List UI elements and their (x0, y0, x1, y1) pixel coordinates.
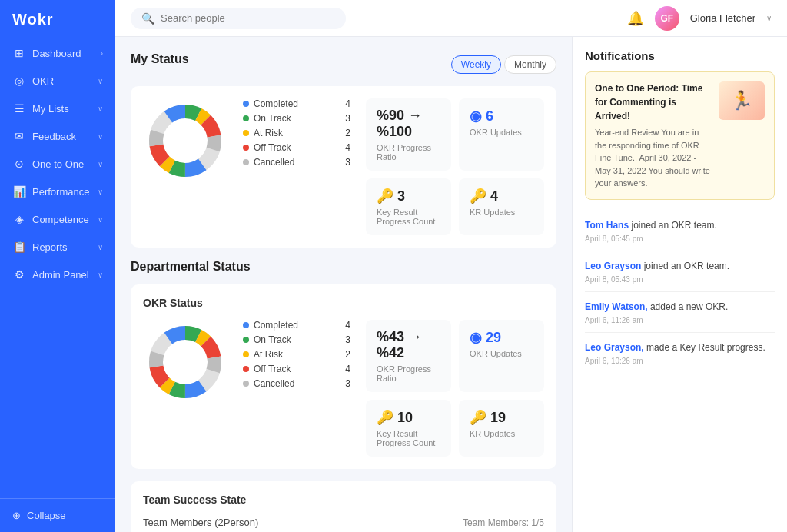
highlight-title: One to One Period: Time for Commenting i… (595, 81, 711, 123)
user-name: Gloria Fletcher (690, 12, 755, 24)
legend-label: Cancelled (254, 157, 294, 168)
legend-label: At Risk (254, 128, 283, 138)
sidebar-item-reports[interactable]: 📋 Reports ∨ (0, 233, 115, 261)
departmental-status-title: Departmental Status (131, 260, 556, 274)
period-tabs: Weekly Monthly (451, 55, 556, 74)
legend-dot-ontrack (243, 115, 249, 121)
my-status-stats: %90 → %100 OKR Progress Ratio ◉ 6 OKR Up… (366, 98, 544, 235)
stat-value: ◉ 6 (470, 108, 533, 125)
avatar-initials: GF (660, 13, 673, 24)
highlight-image: 🏃 (719, 81, 765, 120)
dept-stats: %43 → %42 OKR Progress Ratio ◉ 29 OKR Up… (366, 320, 544, 457)
chevron-icon: › (101, 49, 103, 58)
stat-value: 🔑 3 (377, 188, 440, 204)
my-status-title: My Status (131, 52, 189, 66)
stat-label: OKR Updates (470, 349, 533, 358)
chevron-icon: ∨ (98, 77, 103, 85)
collapse-label: Collapse (27, 510, 66, 521)
notification-item-2: Leo Grayson joined an OKR team. April 8,… (585, 251, 775, 292)
notif-action-2: joined an OKR team. (644, 261, 729, 271)
stat-dept-kr-progress: 🔑 10 Key Result Progress Count (366, 400, 451, 457)
team-members-header: Team Members (2Person) Team Members: 1/5 (143, 517, 544, 528)
sidebar-label-competence: Competence (32, 214, 89, 225)
sidebar-item-performance[interactable]: 📊 Performance ∨ (0, 178, 115, 205)
stat-value: ◉ 29 (470, 329, 533, 346)
notif-user-1: Tom Hans (585, 220, 629, 231)
okr-icon: ◎ (12, 75, 26, 87)
legend-dot-cancelled (243, 159, 249, 165)
list-icon: ☰ (12, 102, 26, 115)
notification-highlight: One to One Period: Time for Commenting i… (585, 71, 775, 200)
sidebar-nav: ⊞ Dashboard › ◎ OKR ∨ ☰ My Lists ∨ ✉ Fee… (0, 39, 115, 498)
legend-count: 3 (345, 113, 350, 124)
collapse-button[interactable]: ⊕ Collapse (0, 498, 115, 532)
sidebar-label-feedback: Feedback (32, 131, 76, 142)
sidebar-item-admin-panel[interactable]: ⚙ Admin Panel ∨ (0, 261, 115, 288)
legend-item: On Track 3 (243, 113, 350, 124)
legend-count: 4 (345, 98, 350, 109)
legend-label: Completed (254, 98, 298, 109)
svg-point-6 (165, 121, 205, 161)
search-input[interactable] (161, 12, 335, 24)
stat-value: %90 → %100 (377, 108, 440, 140)
legend-label: Off Track (254, 142, 291, 153)
legend-item: At Risk 2 (243, 349, 350, 360)
sidebar-label-okr: OKR (32, 75, 54, 87)
chevron-icon: ∨ (98, 105, 103, 113)
reports-icon: 📋 (12, 241, 26, 253)
stat-dept-okr-progress: %43 → %42 OKR Progress Ratio (366, 320, 451, 392)
app-logo: Wokr (0, 0, 115, 39)
sidebar-item-my-lists[interactable]: ☰ My Lists ∨ (0, 95, 115, 122)
donut-chart (143, 98, 227, 183)
stat-kr-updates: 🔑 4 KR Updates (459, 178, 544, 235)
collapse-icon: ⊕ (12, 510, 21, 521)
legend-item: Off Track 4 (243, 142, 350, 153)
feedback-icon: ✉ (12, 130, 26, 142)
notification-bell-icon[interactable]: 🔔 (627, 10, 644, 27)
search-box[interactable]: 🔍 (131, 8, 346, 29)
notification-item-1: Tom Hans joined an OKR team. April 8, 05… (585, 211, 775, 251)
admin-icon: ⚙ (12, 268, 26, 281)
legend-item: Completed 4 (243, 320, 350, 331)
dept-okr-title: OKR Status (143, 297, 544, 309)
stat-value: 🔑 19 (470, 409, 533, 426)
main-panel: My Status Weekly Monthly (115, 37, 572, 532)
stat-label: KR Updates (470, 429, 533, 438)
highlight-text: Year-end Review You are in the respondin… (595, 126, 711, 190)
sidebar-label-one-to-one: One to One (32, 158, 84, 170)
sidebar: Wokr ⊞ Dashboard › ◎ OKR ∨ ☰ My Lists ∨ (0, 0, 115, 532)
legend-item: Cancelled 3 (243, 378, 350, 389)
sidebar-item-dashboard[interactable]: ⊞ Dashboard › (0, 39, 115, 67)
user-menu-chevron-icon[interactable]: ∨ (766, 14, 772, 22)
sidebar-item-feedback[interactable]: ✉ Feedback ∨ (0, 122, 115, 150)
team-members-label: Team Members (2Person) (143, 517, 258, 528)
stat-dept-okr-updates: ◉ 29 OKR Updates (459, 320, 544, 392)
legend-item: Completed 4 (243, 98, 350, 109)
legend-item: Off Track 4 (243, 364, 350, 374)
notif-time-3: April 6, 11:26 am (585, 316, 775, 324)
chevron-icon: ∨ (98, 132, 103, 141)
avatar: GF (655, 6, 679, 31)
sidebar-label-performance: Performance (32, 186, 89, 198)
svg-point-13 (165, 342, 205, 382)
content-area: My Status Weekly Monthly (115, 37, 787, 532)
tab-monthly[interactable]: Monthly (504, 55, 556, 74)
stat-label: OKR Progress Ratio (377, 143, 440, 161)
notif-user-3: Emily Watson, (585, 301, 648, 312)
sidebar-item-okr[interactable]: ◎ OKR ∨ (0, 67, 115, 95)
sidebar-item-one-to-one[interactable]: ⊙ One to One ∨ (0, 150, 115, 178)
chevron-icon: ∨ (98, 160, 103, 168)
legend-item: Cancelled 3 (243, 157, 350, 168)
stat-okr-updates: ◉ 6 OKR Updates (459, 98, 544, 171)
stat-label: OKR Updates (470, 128, 533, 137)
sidebar-item-competence[interactable]: ◈ Competence ∨ (0, 205, 115, 233)
sidebar-label-admin-panel: Admin Panel (32, 269, 89, 281)
tab-weekly[interactable]: Weekly (451, 55, 501, 74)
stat-label: Key Result Progress Count (377, 208, 440, 226)
notif-action-1: joined an OKR team. (631, 220, 716, 231)
stat-value: %43 → %42 (377, 329, 440, 361)
logo-text: Wokr (12, 11, 54, 28)
notifications-title: Notifications (585, 49, 775, 62)
notification-item-3: Emily Watson, added a new OKR. April 6, … (585, 292, 775, 333)
notif-time-1: April 8, 05:45 pm (585, 234, 775, 243)
